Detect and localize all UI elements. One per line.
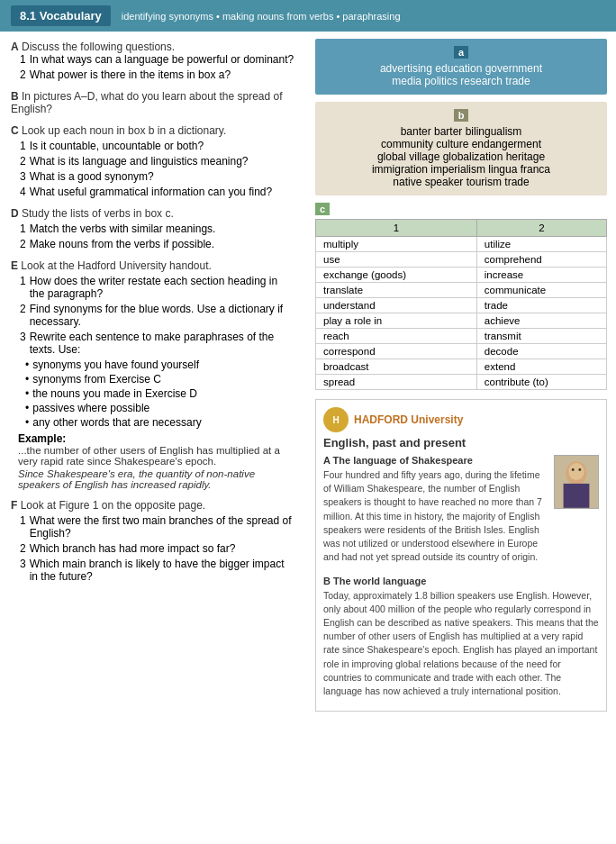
section-e-q1: 1 How does the writer restate each secti… xyxy=(11,275,295,300)
table-row: play a role in xyxy=(316,313,477,329)
col2-header: 2 xyxy=(476,220,606,237)
section-f-text: Look at Figure 1 on the opposite page. xyxy=(21,499,205,512)
section-c-q2: 2 What is its language and linguistics m… xyxy=(11,155,295,168)
hadford-section-b: B The world language Today, approximatel… xyxy=(323,576,599,699)
hadford-section-b-title: B The world language xyxy=(323,576,599,586)
table-row: utilize xyxy=(476,237,606,252)
table-row: increase xyxy=(476,268,606,283)
table-row: transmit xyxy=(476,329,606,344)
table-row: communicate xyxy=(476,283,606,298)
section-c-q4: 4 What useful grammatical information ca… xyxy=(11,186,295,198)
box-a-label: a xyxy=(454,46,468,59)
table-row: comprehend xyxy=(476,252,606,268)
svg-point-4 xyxy=(572,468,575,471)
svg-rect-2 xyxy=(564,484,590,508)
section-d: D Study the lists of verbs in box c. 1 M… xyxy=(11,207,295,250)
table-row: broadcast xyxy=(316,359,477,375)
section-b-text: In pictures A–D, what do you learn about… xyxy=(11,90,283,115)
box-a: a advertising education government media… xyxy=(315,39,607,95)
section-e-bullet3: • the nouns you made in Exercise D xyxy=(11,387,295,400)
hadford-section-a-text: Four hundred and fifty years ago, during… xyxy=(323,468,548,565)
section-a-label: A xyxy=(11,41,19,53)
hadford-section-a-title: A The language of Shakespeare xyxy=(323,455,548,466)
section-e-q3: 3 Rewrite each sentence to make paraphra… xyxy=(11,331,295,356)
section-e-bullet4: • passives where possible xyxy=(11,402,295,414)
section-e: E Look at the Hadford University handout… xyxy=(11,259,295,490)
table-row: multiply xyxy=(316,237,477,252)
section-f-q2: 2 Which branch has had more impact so fa… xyxy=(11,542,295,555)
hadford-header: H HADFORD University xyxy=(323,407,599,432)
table-row: extend xyxy=(476,359,606,375)
hadford-main-title: English, past and present xyxy=(323,436,599,449)
svg-point-5 xyxy=(578,468,581,471)
table-row: exchange (goods) xyxy=(316,268,477,283)
section-d-q1: 1 Match the verbs with similar meanings. xyxy=(11,222,295,235)
section-f-q1: 1 What were the first two main branches … xyxy=(11,514,295,540)
section-f-label: F xyxy=(11,499,17,512)
section-d-label: D xyxy=(11,207,19,220)
hadford-institution: HADFORD University xyxy=(354,413,463,426)
header: 8.1 Vocabulary identifying synonyms • ma… xyxy=(0,0,616,32)
hadford-section-a: A The language of Shakespeare Four hundr… xyxy=(323,455,599,570)
hadford-handout: H HADFORD University English, past and p… xyxy=(315,399,607,712)
section-f: F Look at Figure 1 on the opposite page.… xyxy=(11,499,295,583)
table-row: decode xyxy=(476,344,606,359)
box-b-words: banter barter bilingualism community cul… xyxy=(324,125,598,188)
col1-header: 1 xyxy=(316,220,477,237)
header-title: 8.1 Vocabulary xyxy=(11,5,111,26)
table-row: correspond xyxy=(316,344,477,359)
shakespeare-image xyxy=(554,455,599,509)
left-column: A Discuss the following questions. 1 In … xyxy=(0,32,306,719)
table-row: trade xyxy=(476,298,606,313)
box-c: c 1 2 multiplyutilizeusecomprehendexchan… xyxy=(315,203,607,390)
section-e-q2: 2 Find synonyms for the blue words. Use … xyxy=(11,303,295,328)
table-row: use xyxy=(316,252,477,268)
section-c: C Look up each noun in box b in a dictio… xyxy=(11,124,295,198)
section-d-text: Study the lists of verbs in box c. xyxy=(22,207,174,220)
section-a-q1: 1 In what ways can a language be powerfu… xyxy=(11,53,295,66)
right-column: a advertising education government media… xyxy=(306,32,616,719)
section-d-q2: 2 Make nouns from the verbs if possible. xyxy=(11,238,295,250)
verb-table: 1 2 multiplyutilizeusecomprehendexchange… xyxy=(315,219,607,390)
svg-point-3 xyxy=(568,463,584,480)
example-normal-text: ...the number of other users of English … xyxy=(18,445,295,467)
section-e-text: Look at the Hadford University handout. xyxy=(21,259,211,272)
section-e-label: E xyxy=(11,259,18,272)
table-row: contribute (to) xyxy=(476,375,606,390)
section-c-label: C xyxy=(11,124,19,137)
box-a-words: advertising education government media p… xyxy=(324,62,598,87)
section-f-q3: 3 Which main branch is likely to have th… xyxy=(11,558,295,583)
section-b: B In pictures A–D, what do you learn abo… xyxy=(11,90,295,115)
section-b-label: B xyxy=(11,90,19,103)
box-c-label: c xyxy=(315,203,330,215)
section-e-bullet1: • synonyms you have found yourself xyxy=(11,358,295,371)
section-a-intro: Discuss the following questions. xyxy=(22,41,175,53)
box-b-label: b xyxy=(454,109,469,122)
example-italic-text: Since Shakespeare's era, the quantity of… xyxy=(18,468,295,490)
table-row: translate xyxy=(316,283,477,298)
section-e-bullet5: • any other words that are necessary xyxy=(11,416,295,429)
table-row: spread xyxy=(316,375,477,390)
section-a: A Discuss the following questions. 1 In … xyxy=(11,41,295,81)
box-b: b banter barter bilingualism community c… xyxy=(315,102,607,195)
section-a-q2: 2 What power is there in the items in bo… xyxy=(11,68,295,81)
section-e-example: Example: ...the number of other users of… xyxy=(11,432,295,490)
section-c-q1: 1 Is it countable, uncountable or both? xyxy=(11,140,295,152)
header-subtitle: identifying synonyms • making nouns from… xyxy=(122,11,401,22)
hadford-section-b-text: Today, approximately 1.8 billion speaker… xyxy=(323,589,599,699)
hadford-logo: H xyxy=(323,407,349,432)
table-row: reach xyxy=(316,329,477,344)
table-row: understand xyxy=(316,298,477,313)
section-c-text: Look up each noun in box b in a dictiona… xyxy=(22,124,226,137)
section-e-bullet2: • synonyms from Exercise C xyxy=(11,373,295,386)
table-row: achieve xyxy=(476,313,606,329)
section-c-q3: 3 What is a good synonym? xyxy=(11,170,295,183)
